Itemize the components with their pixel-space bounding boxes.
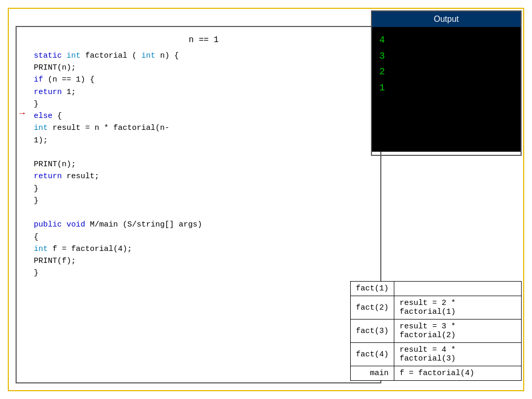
code-line-6: else {: [34, 110, 374, 122]
type-int-2: int: [141, 51, 155, 60]
type-int-3: int: [34, 124, 48, 132]
stack-row-fact3: fact(3) result = 3 * factorial(2): [351, 320, 522, 343]
keyword-return-2: return: [34, 172, 62, 181]
code-text-4: 1;: [66, 88, 76, 97]
code-text-6: {: [57, 112, 62, 121]
code-line-11: return result;: [34, 170, 374, 182]
code-line-5: }: [34, 98, 374, 110]
code-text-10: PRINT(n);: [34, 160, 76, 169]
code-text-7: result = n * factorial(n-: [52, 124, 169, 132]
stack-value-fact1: [394, 282, 522, 296]
output-panel: Output 4 3 2 1: [371, 10, 522, 156]
keyword-static: static: [34, 51, 62, 60]
stack-row-main: main f = factorial(4): [351, 366, 522, 381]
code-line-16: {: [34, 231, 374, 243]
code-line-blank2: [34, 207, 374, 219]
code-text-2: PRINT(n);: [34, 63, 76, 72]
stack-row-fact2: fact(2) result = 2 * factorial(1): [351, 296, 522, 320]
stack-value-main: f = factorial(4): [394, 366, 522, 381]
code-text-8: 1);: [34, 136, 48, 145]
code-line-10: PRINT(n);: [34, 158, 374, 170]
code-line-7: int result = n * factorial(n-: [34, 122, 374, 134]
code-text-16: {: [34, 233, 38, 242]
stack-label-fact3: fact(3): [351, 320, 394, 343]
code-line-2: PRINT(n);: [34, 62, 374, 74]
code-line-4: return 1;: [34, 86, 374, 98]
call-stack-table: fact(1) fact(2) result = 2 * factorial(1…: [350, 281, 522, 381]
code-line-15: public void M/main (S/string[] args): [34, 219, 374, 231]
code-text-11: result;: [66, 172, 99, 181]
code-text-19: }: [34, 269, 38, 277]
keyword-public: public: [34, 220, 62, 229]
code-text-13: }: [34, 196, 38, 205]
output-line-2: 3: [379, 48, 513, 64]
code-line-1: static int factorial ( int n) {: [34, 50, 374, 62]
condition-label: n == 1: [34, 34, 374, 47]
output-line-1: 4: [379, 32, 513, 48]
type-int-1: int: [66, 51, 81, 60]
keyword-return-1: return: [34, 88, 62, 97]
stack-row-fact1: fact(1): [351, 282, 522, 296]
stack-value-fact3: result = 3 * factorial(2): [394, 320, 522, 343]
code-line-3: if (n == 1) {: [34, 74, 374, 86]
output-header: Output: [372, 11, 521, 27]
keyword-else: else: [34, 112, 52, 121]
code-text-3: (n == 1) {: [48, 75, 95, 84]
code-text-1b: n) {: [160, 51, 179, 60]
output-body: 4 3 2 1: [372, 27, 521, 152]
code-text-15: M/main (S/string[] args): [90, 220, 202, 229]
stack-label-fact1: fact(1): [351, 282, 394, 296]
stack-label-fact4: fact(4): [351, 343, 394, 366]
code-line-12: }: [34, 183, 374, 195]
code-line-blank: [34, 147, 374, 158]
type-int-4: int: [34, 245, 48, 254]
code-text-17: f = factorial(4);: [52, 245, 132, 254]
stack-label-fact2: fact(2): [351, 296, 394, 320]
output-line-3: 2: [379, 64, 513, 80]
code-text-18: PRINT(f);: [34, 257, 76, 265]
code-line-13: }: [34, 195, 374, 207]
output-line-4: 1: [379, 80, 513, 96]
code-text-12: }: [34, 184, 38, 193]
code-line-18: PRINT(f);: [34, 255, 374, 267]
code-text-1: factorial (: [85, 51, 137, 60]
code-line-8: 1);: [34, 135, 374, 147]
code-area: n == 1 static int factorial ( int n) { P…: [18, 29, 379, 381]
code-line-19: }: [34, 267, 374, 279]
stack-value-fact4: result = 4 * factorial(3): [394, 343, 522, 366]
keyword-if: if: [34, 75, 43, 84]
stack-label-main: main: [351, 366, 394, 381]
keyword-void: void: [66, 220, 85, 229]
stack-value-fact2: result = 2 * factorial(1): [394, 296, 522, 320]
code-line-17: int f = factorial(4);: [34, 243, 374, 255]
code-text-5: }: [34, 100, 38, 109]
stack-row-fact4: fact(4) result = 4 * factorial(3): [351, 343, 522, 366]
